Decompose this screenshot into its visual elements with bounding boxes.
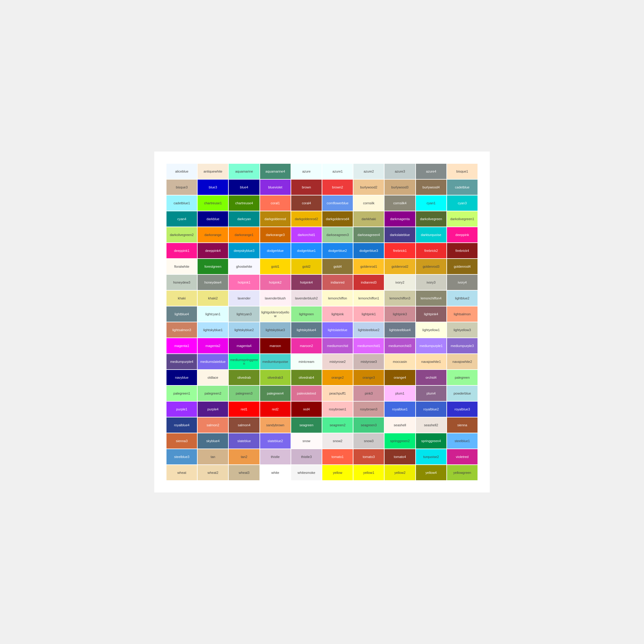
color-cell-mediumorchid3[interactable]: mediumorchid3 [385, 338, 415, 353]
color-cell-darkcyan[interactable]: darkcyan [229, 211, 259, 227]
color-cell-orange3[interactable]: orange3 [353, 370, 384, 385]
color-cell-whitesmoke[interactable]: whitesmoke [291, 465, 322, 480]
color-cell-salmon4[interactable]: salmon4 [229, 417, 259, 433]
color-cell-darkolivegreen2[interactable]: darkolivegreen2 [166, 227, 197, 242]
color-cell-orchid4[interactable]: orchid4 [416, 370, 446, 385]
color-cell-mediumpurple1[interactable]: mediumpurple1 [416, 338, 446, 353]
color-cell-salmon2[interactable]: salmon2 [198, 417, 228, 433]
color-cell-darkseagreen4[interactable]: darkseagreen4 [353, 227, 384, 242]
color-cell-dodgerblue3[interactable]: dodgerblue3 [353, 243, 384, 258]
color-cell-deeppink4[interactable]: deeppink4 [198, 243, 228, 258]
color-cell-lavender[interactable]: lavender [229, 291, 259, 306]
color-cell-powderblue[interactable]: powderblue [447, 386, 478, 401]
color-cell-khaki[interactable]: khaki [166, 291, 197, 306]
color-cell-lightslateblue[interactable]: lightslateblue [322, 322, 353, 338]
color-cell-lightyellow3[interactable]: lightyellow3 [447, 322, 478, 338]
color-cell-orange2[interactable]: orange2 [322, 370, 353, 385]
color-cell-steelblue1[interactable]: steelblue1 [447, 433, 478, 449]
color-cell-tomato4[interactable]: tomato4 [385, 449, 415, 464]
color-cell-royalblue4[interactable]: royalblue4 [166, 417, 197, 433]
color-cell-thistle[interactable]: thistle [260, 449, 291, 464]
color-cell-azure1[interactable]: azure1 [322, 164, 353, 179]
color-cell-palegreen3[interactable]: palegreen3 [229, 386, 259, 401]
color-cell-lightsalmon3[interactable]: lightsalmon3 [166, 322, 197, 338]
color-cell-lemonchiffon[interactable]: lemonchiffon [322, 291, 353, 306]
color-cell-lightcyan3[interactable]: lightcyan3 [229, 306, 259, 322]
color-cell-sienna3[interactable]: sienna3 [166, 433, 197, 449]
color-cell-cadetblue1[interactable]: cadetblue1 [166, 195, 197, 211]
color-cell-mediumslateblue[interactable]: mediumslateblue [198, 354, 228, 369]
color-cell-forestgreen[interactable]: forestgreen [198, 259, 228, 274]
color-cell-magenta4[interactable]: magenta4 [229, 338, 259, 353]
color-cell-springgreen2[interactable]: springgreen2 [385, 433, 415, 449]
color-cell-lightpink[interactable]: lightpink [322, 306, 353, 322]
color-cell-hotpink4[interactable]: hotpink4 [291, 275, 322, 290]
color-cell-azure[interactable]: azure [291, 164, 322, 179]
color-cell-darkslateblue[interactable]: darkslateblue [385, 227, 415, 242]
color-cell-darkkhaki[interactable]: darkkhaki [353, 211, 384, 227]
color-cell-navajowhite2[interactable]: navajowhite2 [447, 354, 478, 369]
color-cell-indianred3[interactable]: indianred3 [353, 275, 384, 290]
color-cell-ivory2[interactable]: ivory2 [385, 275, 415, 290]
color-cell-yellow4[interactable]: yellow4 [416, 465, 446, 480]
color-cell-skyblue4[interactable]: skyblue4 [198, 433, 228, 449]
color-cell-yellow1[interactable]: yellow1 [353, 465, 384, 480]
color-cell-bisque3[interactable]: bisque3 [166, 180, 197, 195]
color-cell-violetred[interactable]: violetred [447, 449, 478, 464]
color-cell-chartreuse4[interactable]: chartreuse4 [229, 195, 259, 211]
color-cell-mediumorchid[interactable]: mediumorchid [322, 338, 353, 353]
color-cell-lightgreen[interactable]: lightgreen [291, 306, 322, 322]
color-cell-slateblue2[interactable]: slateblue2 [260, 433, 291, 449]
color-cell-lightsteelblue2[interactable]: lightsteelblue2 [353, 322, 384, 338]
color-cell-aliceblue[interactable]: aliceblue [166, 164, 197, 179]
color-cell-purple1[interactable]: purple1 [166, 402, 197, 417]
color-cell-gold4[interactable]: gold4 [322, 259, 353, 274]
color-cell-red1[interactable]: red1 [229, 402, 259, 417]
color-cell-lemonchiffon1[interactable]: lemonchiffon1 [353, 291, 384, 306]
color-cell-snow3[interactable]: snow3 [353, 433, 384, 449]
color-cell-ghostwhite[interactable]: ghostwhite [229, 259, 259, 274]
color-cell-red4[interactable]: red4 [291, 402, 322, 417]
color-cell-deeppink1[interactable]: deeppink1 [166, 243, 197, 258]
color-cell-firebrick2[interactable]: firebrick2 [416, 243, 446, 258]
color-cell-mistyrose2[interactable]: mistyrose2 [322, 354, 353, 369]
color-cell-mediumpurple3[interactable]: mediumpurple3 [447, 338, 478, 353]
color-cell-lightgoldenrodyellow[interactable]: lightgoldenrodyellow [260, 306, 291, 322]
color-cell-goldenrod4[interactable]: goldenrod4 [447, 259, 478, 274]
color-cell-burlywood2[interactable]: burlywood2 [353, 180, 384, 195]
color-cell-lightpink4[interactable]: lightpink4 [416, 306, 446, 322]
color-cell-khaki2[interactable]: khaki2 [198, 291, 228, 306]
color-cell-olivedrab3[interactable]: olivedrab3 [260, 370, 291, 385]
color-cell-lightblue2[interactable]: lightblue2 [447, 291, 478, 306]
color-cell-dodgerblue1[interactable]: dodgerblue1 [291, 243, 322, 258]
color-cell-orange4[interactable]: orange4 [385, 370, 415, 385]
color-cell-brown[interactable]: brown [291, 180, 322, 195]
color-cell-lightyellow1[interactable]: lightyellow1 [416, 322, 446, 338]
color-cell-olivedrab[interactable]: olivedrab [229, 370, 259, 385]
color-cell-azure4[interactable]: azure4 [416, 164, 446, 179]
color-cell-maroon[interactable]: maroon [260, 338, 291, 353]
color-cell-dodgerblue[interactable]: dodgerblue [260, 243, 291, 258]
color-cell-mediumspringgreen[interactable]: mediumspringgreen [229, 354, 259, 369]
color-cell-tan2[interactable]: tan2 [229, 449, 259, 464]
color-cell-blue4[interactable]: blue4 [229, 180, 259, 195]
color-cell-mediumpurple4[interactable]: mediumpurple4 [166, 354, 197, 369]
color-cell-cyan1[interactable]: cyan1 [416, 195, 446, 211]
color-cell-darkturquoise[interactable]: darkturquoise [416, 227, 446, 242]
color-cell-lightblue4[interactable]: lightblue4 [166, 306, 197, 322]
color-cell-cadetblue[interactable]: cadetblue [447, 180, 478, 195]
color-cell-purple4[interactable]: purple4 [198, 402, 228, 417]
color-cell-azure3[interactable]: azure3 [385, 164, 415, 179]
color-cell-seashell2[interactable]: seashell2 [416, 417, 446, 433]
color-cell-royalblue3[interactable]: royalblue3 [447, 402, 478, 417]
color-cell-darkgoldenrod2[interactable]: darkgoldenrod2 [291, 211, 322, 227]
color-cell-darkorchid1[interactable]: darkorchid1 [291, 227, 322, 242]
color-cell-lightskyblue4[interactable]: lightskyblue4 [291, 322, 322, 338]
color-cell-coral1[interactable]: coral1 [260, 195, 291, 211]
color-cell-maroon2[interactable]: maroon2 [291, 338, 322, 353]
color-cell-hotpink1[interactable]: hotpink1 [229, 275, 259, 290]
color-cell-lightcyan1[interactable]: lightcyan1 [198, 306, 228, 322]
color-cell-oldlace[interactable]: oldlace [198, 370, 228, 385]
color-cell-mintcream[interactable]: mintcream [291, 354, 322, 369]
color-cell-yellowgreen[interactable]: yellowgreen [447, 465, 478, 480]
